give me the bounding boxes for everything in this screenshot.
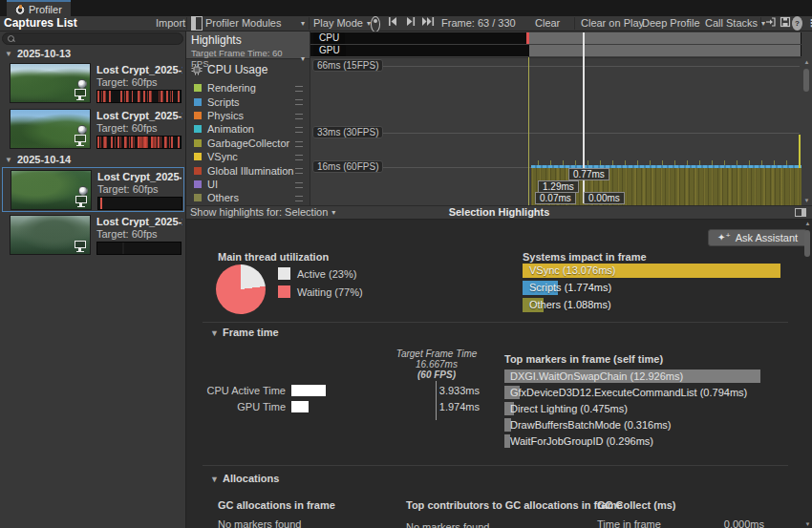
- cpu-chart[interactable]: CPU GPU 66ms (15FPS) 33ms (30FPS) 16ms (…: [310, 32, 812, 205]
- deep-profile-button[interactable]: Deep Profile: [642, 16, 700, 31]
- ask-assistant-button[interactable]: ✦⁺ Ask Assistant: [708, 229, 807, 246]
- frame-time-row: CPU Active Time3.933ms: [186, 384, 482, 396]
- scroll-down-icon[interactable]: ▼: [802, 198, 811, 203]
- tab-label: Profiler: [29, 4, 62, 15]
- legend-item[interactable]: GarbageCollector: [186, 137, 309, 150]
- top-marker-row[interactable]: DrawBuffersBatchMode (0.316ms): [504, 418, 760, 432]
- help-icon[interactable]: ?: [792, 16, 802, 31]
- legend-color-swatch: [194, 180, 202, 188]
- capture-target: Target: 60fps: [96, 76, 158, 88]
- pie-legend-swatch-active: [278, 267, 290, 280]
- capture-group-header[interactable]: ▼2025-10-13: [0, 47, 186, 60]
- captures-panel: ▼2025-10-13Lost Crypt_2025-10...Target: …: [0, 32, 186, 528]
- scroll-down-icon[interactable]: ▼: [803, 521, 812, 527]
- main-toolbar: Captures List Import Profiler Modules ▾ …: [0, 16, 812, 32]
- top-marker-row[interactable]: DXGI.WaitOnSwapChain (12.926ms): [504, 370, 760, 383]
- previous-frame-icon[interactable]: [387, 16, 399, 31]
- capture-group-date: 2025-10-14: [17, 154, 71, 165]
- frame-time-bar-track: [291, 401, 436, 412]
- capture-item[interactable]: Lost Crypt_2025-10...Target: 60fps: [2, 61, 184, 106]
- gc-allocations-value: No markers found: [218, 518, 301, 528]
- panel-split-icon[interactable]: [191, 16, 203, 31]
- capture-item[interactable]: Lost Crypt_2025-10...Target: 60fps: [2, 213, 184, 258]
- legend-item[interactable]: Global Illumination: [186, 163, 309, 177]
- legend-item[interactable]: VSync: [186, 150, 309, 163]
- modules-panel: Highlights Target Frame Time: 60 FPS ▾ C…: [186, 32, 310, 205]
- system-impact-row: Scripts (1.774ms): [523, 281, 780, 295]
- chart-value-tooltip: 0.07ms: [535, 192, 576, 204]
- legend-label: Scripts: [207, 96, 240, 108]
- gc-collect-row-label: Time in frame: [597, 518, 661, 528]
- cpu-legend: RenderingScriptsPhysicsAnimationGarbageC…: [186, 81, 309, 205]
- capture-item[interactable]: Lost Crypt_2025-10...Target: 60fps: [2, 107, 184, 152]
- system-impact-row: VSync (13.076ms): [523, 264, 780, 278]
- last-frame-icon[interactable]: [421, 16, 434, 31]
- legend-color-swatch: [194, 194, 202, 201]
- legend-color-swatch: [194, 112, 202, 119]
- top-marker-row[interactable]: Direct Lighting (0.475ms): [504, 402, 760, 415]
- clear-button[interactable]: Clear: [535, 16, 560, 31]
- legend-item[interactable]: UI: [186, 178, 309, 191]
- clear-on-play-button[interactable]: Clear on Play: [581, 16, 644, 31]
- details-scrollbar[interactable]: ▲ ▼: [803, 221, 812, 527]
- legend-item[interactable]: Rendering: [186, 81, 309, 95]
- profiler-modules-dropdown[interactable]: Profiler Modules ▾: [205, 16, 305, 31]
- ball-icon: [78, 186, 88, 196]
- section-divider: [203, 322, 788, 323]
- scroll-up-icon[interactable]: ▲: [802, 59, 811, 65]
- capture-thumbnail: [11, 170, 92, 210]
- kebab-menu-icon[interactable]: ⋮: [806, 16, 812, 31]
- scrollbar-thumb[interactable]: [803, 69, 809, 92]
- drag-handle-icon: [295, 114, 303, 119]
- panel-toggle-icon[interactable]: [795, 208, 806, 217]
- load-profile-icon[interactable]: [765, 16, 777, 31]
- allocations-foldout-icon[interactable]: ▼: [210, 475, 219, 484]
- frame-time-heading: Frame time: [223, 327, 279, 338]
- top-marker-label: WaitForJobGroupID (0.296ms): [510, 434, 653, 448]
- legend-item[interactable]: Physics: [186, 109, 309, 122]
- scroll-up-icon[interactable]: ▲: [803, 221, 812, 226]
- search-box[interactable]: [2, 32, 183, 45]
- target-ms: 16.667ms: [370, 359, 503, 370]
- gc-collect-heading: GC Collect (ms): [597, 499, 676, 511]
- legend-item[interactable]: Scripts: [186, 95, 309, 108]
- gc-contributors-value: No markers found: [406, 521, 489, 528]
- frame-time-value: 1.974ms: [436, 401, 480, 412]
- legend-item[interactable]: Animation: [186, 122, 309, 136]
- top-marker-row[interactable]: WaitForJobGroupID (0.296ms): [504, 434, 760, 448]
- search-input[interactable]: [18, 33, 178, 44]
- capture-activity-strip: [96, 136, 182, 149]
- allocations-heading: Allocations: [223, 473, 279, 484]
- next-frame-icon[interactable]: [404, 16, 417, 31]
- import-button[interactable]: Import: [156, 16, 185, 31]
- legend-label: GarbageCollector: [207, 137, 289, 149]
- drag-handle-icon: [295, 182, 303, 188]
- chart-scrollbar[interactable]: ▲ ▼: [802, 59, 811, 203]
- foldout-icon: ▼: [5, 156, 12, 164]
- cpu-module-icon: [191, 64, 203, 75]
- play-mode-dropdown[interactable]: Play Mode ▾: [313, 16, 367, 31]
- call-stacks-dropdown[interactable]: Call Stacks ▾: [705, 16, 764, 31]
- scrollbar-thumb[interactable]: [804, 230, 810, 257]
- record-icon[interactable]: [371, 16, 380, 32]
- display-icon: [75, 89, 86, 96]
- module-highlights-label: Highlights: [191, 33, 305, 47]
- capture-item[interactable]: Lost Crypt_2025-10...Target: 60fps: [2, 167, 184, 212]
- legend-item[interactable]: Others: [186, 191, 309, 204]
- cpu-usage-label: CPU Usage: [207, 63, 267, 76]
- frame-time-foldout-icon[interactable]: ▼: [210, 328, 219, 338]
- capture-group-header[interactable]: ▼2025-10-14: [0, 153, 186, 166]
- cpu-mini-strip[interactable]: CPU: [310, 32, 801, 44]
- cpu-strip-data: [529, 32, 801, 44]
- tab-profiler[interactable]: Profiler: [7, 0, 71, 16]
- capture-target: Target: 60fps: [96, 228, 158, 240]
- top-marker-row[interactable]: GfxDeviceD3D12.ExecuteCommandList (0.794…: [504, 386, 760, 399]
- cpu-strip-label: CPU: [313, 32, 345, 44]
- legend-color-swatch: [194, 98, 202, 106]
- save-profile-icon[interactable]: [780, 16, 791, 31]
- frame-time-label: GPU Time: [186, 401, 286, 412]
- gpu-mini-strip[interactable]: GPU: [310, 45, 801, 56]
- frame-spike: [799, 135, 801, 168]
- module-highlights[interactable]: Highlights Target Frame Time: 60 FPS ▾: [186, 32, 310, 59]
- selected-frame-line[interactable]: [528, 57, 529, 205]
